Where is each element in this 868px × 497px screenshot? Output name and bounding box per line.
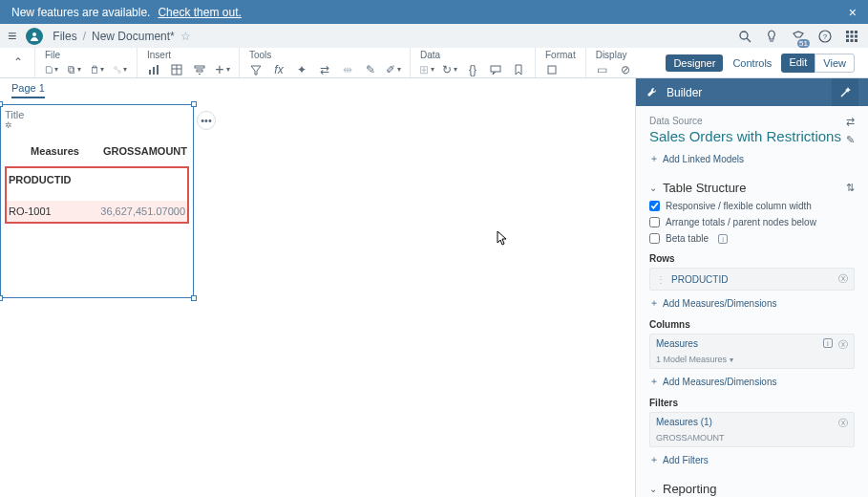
app-header: ≡ Files / New Document* ☆ 51 ? [0, 24, 868, 48]
favorite-icon[interactable]: ☆ [180, 30, 191, 43]
table-cell-amount: 36,627,451.07000 [100, 205, 185, 217]
mode-controls[interactable]: Controls [732, 57, 772, 69]
collapse-icon[interactable]: ⌃ [11, 55, 25, 69]
braces-icon[interactable]: {} [466, 63, 479, 76]
mode-view[interactable]: View [815, 54, 855, 73]
toolbar-group-data: Data [420, 50, 525, 59]
save-icon[interactable] [45, 63, 58, 76]
mode-edit[interactable]: Edit [781, 54, 815, 73]
unlink-icon: ⇹ [341, 63, 354, 76]
search-icon[interactable] [736, 28, 753, 45]
svg-rect-29 [197, 70, 202, 72]
funnel-icon[interactable] [249, 63, 263, 76]
widget-more-icon[interactable]: ••• [197, 111, 216, 130]
row-pill-productid[interactable]: ⋮ PRODUCTID ⓧ [649, 268, 855, 291]
table-title: Title [5, 109, 189, 120]
toolbar-group-insert: Insert [147, 50, 229, 59]
remove-icon[interactable]: ⓧ [838, 338, 848, 352]
group-icon: ⊞ [420, 63, 434, 76]
toolbar-group-format: Format [545, 50, 576, 59]
swap-axes-icon[interactable]: ⇅ [846, 182, 855, 194]
svg-line-21 [116, 69, 118, 71]
hide-icon[interactable]: ⊘ [619, 63, 632, 76]
page-tab[interactable]: Page 1 [11, 82, 45, 98]
mode-designer[interactable]: Designer [666, 54, 723, 72]
checkbox-beta[interactable]: Beta tablei [649, 233, 855, 244]
hamburger-icon[interactable]: ≡ [8, 28, 16, 45]
notifications-icon[interactable]: 51 [790, 28, 807, 45]
filter-icon[interactable] [193, 63, 206, 76]
plus-icon[interactable]: + [216, 63, 229, 76]
table-col-grossamount: GROSSAMOUNT [103, 145, 187, 157]
svg-rect-13 [851, 39, 854, 42]
breadcrumb-document[interactable]: New Document* [92, 30, 175, 43]
builder-panel: Builder Data Source Sales Orders with Re… [635, 78, 868, 497]
edit-icon[interactable]: ✎ [846, 134, 855, 146]
chevron-down-icon[interactable]: ⌄ [649, 183, 657, 193]
measures-icon: ✲ [5, 120, 189, 130]
svg-rect-16 [69, 66, 74, 71]
breadcrumb-files[interactable]: Files [53, 30, 76, 43]
chart-icon[interactable] [147, 63, 160, 76]
section-table-structure: Table Structure [663, 181, 746, 195]
rows-label: Rows [649, 253, 855, 264]
toolbar-group-tools: Tools [249, 50, 400, 59]
selected-widget[interactable]: ••• Title ✲ Measures GROSSAMOUNT PRODUCT… [0, 104, 194, 298]
svg-rect-30 [199, 74, 201, 75]
data-source-name: Sales Orders with Restrictions [649, 128, 846, 144]
info-icon[interactable]: i [718, 234, 728, 244]
svg-rect-32 [548, 66, 556, 74]
help-icon[interactable]: ? [816, 28, 834, 45]
svg-rect-23 [153, 67, 155, 75]
idea-icon[interactable] [763, 28, 780, 45]
brush-icon[interactable]: ✐ [387, 63, 400, 76]
svg-point-20 [118, 70, 121, 73]
style-icon[interactable] [545, 63, 559, 76]
svg-rect-22 [149, 70, 151, 75]
remove-icon[interactable]: ⓧ [838, 272, 848, 286]
highlighter-icon[interactable]: ✎ [364, 63, 377, 76]
breadcrumb: Files / New Document* ☆ [53, 30, 190, 43]
filter-pill-measures[interactable]: Measures (1) GROSSAMOUNT ⓧ [649, 412, 855, 447]
sparkle-icon[interactable]: ✦ [295, 63, 308, 76]
fullscreen-icon[interactable]: ▭ [596, 63, 609, 76]
builder-panel-header: Builder [636, 78, 868, 106]
swap-icon[interactable]: ⇄ [846, 116, 855, 128]
refresh-icon[interactable]: ↻ [443, 63, 456, 76]
remove-icon[interactable]: ⓧ [838, 417, 848, 430]
paste-icon[interactable] [91, 63, 104, 76]
column-pill-measures[interactable]: Measures 1 Model Measures ▾ iⓧ ⋮ [649, 334, 855, 369]
copy-icon[interactable] [68, 63, 81, 76]
add-rows-md[interactable]: ＋Add Measures/Dimensions [649, 296, 855, 310]
add-filters[interactable]: ＋Add Filters [649, 453, 855, 466]
drag-icon[interactable]: ⋮ [656, 274, 666, 285]
chevron-down-icon[interactable]: ⌄ [649, 484, 657, 494]
columns-label: Columns [649, 319, 855, 330]
add-linked-models[interactable]: ＋Add Linked Models [649, 152, 855, 165]
notification-link[interactable]: Check them out. [158, 6, 241, 19]
wrench-icon [646, 86, 659, 99]
shuffle-icon[interactable]: ⇄ [318, 63, 331, 76]
magic-wand-icon[interactable] [832, 78, 858, 106]
svg-rect-15 [70, 68, 74, 73]
filters-label: Filters [649, 398, 855, 408]
svg-point-1 [740, 32, 748, 39]
builder-title: Builder [667, 86, 702, 99]
svg-point-19 [115, 66, 117, 69]
close-icon[interactable]: × [849, 5, 857, 20]
table-cell-product: RO-1001 [9, 205, 100, 217]
notification-text: New features are available. [11, 6, 150, 19]
add-cols-md[interactable]: ＋Add Measures/Dimensions [649, 375, 855, 388]
info-icon[interactable]: i [823, 338, 833, 348]
avatar[interactable] [26, 28, 43, 45]
bookmark-icon[interactable] [512, 63, 525, 76]
comment-icon[interactable] [489, 63, 502, 76]
table-icon[interactable] [170, 63, 183, 76]
document-canvas[interactable]: Page 1 ••• Title ✲ Measures GROSSAMOUNT … [0, 78, 635, 497]
data-source-label: Data Source [649, 116, 846, 126]
apps-icon[interactable] [843, 28, 860, 45]
checkbox-responsive[interactable]: Responsive / flexible column width [649, 201, 855, 211]
checkbox-arrange[interactable]: Arrange totals / parent nodes below [649, 217, 855, 227]
fx-icon[interactable]: fx [272, 63, 286, 76]
svg-rect-14 [855, 39, 857, 42]
